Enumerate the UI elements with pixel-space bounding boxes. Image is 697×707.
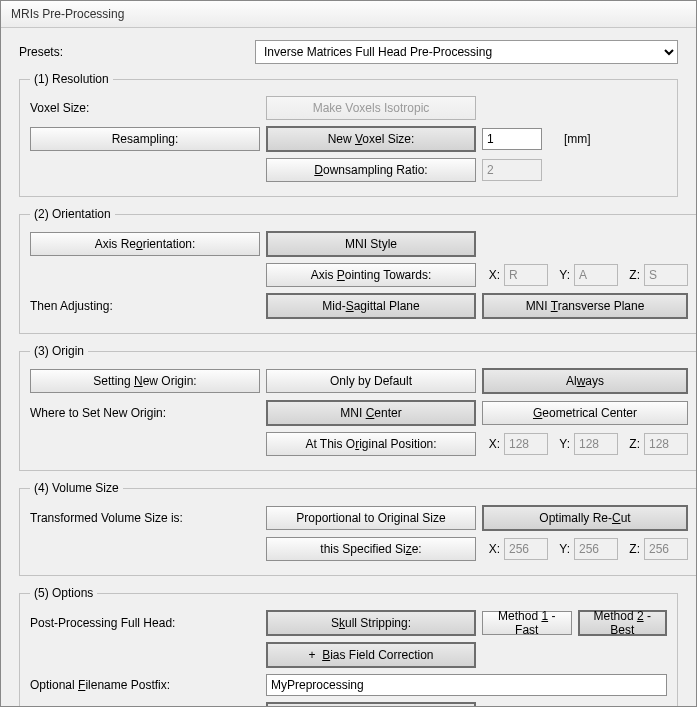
filename-postfix-label: Optional Filename Postfix: [30, 678, 260, 692]
optimally-recut-button[interactable]: Optimally Re-Cut [482, 505, 688, 531]
group-origin: (3) Origin Setting New Origin: Only by D… [19, 344, 696, 471]
new-voxel-size-button[interactable]: New Voxel Size: [266, 126, 476, 152]
skull-stripping-button[interactable]: Skull Stripping: [266, 610, 476, 636]
axis-x-label: X: [482, 268, 500, 282]
size-y-input [574, 538, 618, 560]
resampling-button[interactable]: Resampling: [30, 127, 260, 151]
mni-style-button[interactable]: MNI Style [266, 231, 476, 257]
size-x-input [504, 538, 548, 560]
dialog-window: MRIs Pre-Processing Presets: Inverse Mat… [0, 0, 697, 707]
dialog-content: Presets: Inverse Matrices Full Head Pre-… [1, 28, 696, 706]
where-set-origin-label: Where to Set New Origin: [30, 406, 260, 420]
voxel-size-label: Voxel Size: [30, 101, 260, 115]
group-volume-size-legend: (4) Volume Size [30, 481, 123, 495]
specified-size-button[interactable]: this Specified Size: [266, 537, 476, 561]
filename-postfix-input[interactable] [266, 674, 667, 696]
axis-z-input [644, 264, 688, 286]
axis-y-input [574, 264, 618, 286]
mni-center-button[interactable]: MNI Center [266, 400, 476, 426]
new-voxel-size-input[interactable] [482, 128, 542, 150]
proportional-button[interactable]: Proportional to Original Size [266, 506, 476, 530]
group-resolution: (1) Resolution Voxel Size: Make Voxels I… [19, 72, 678, 197]
new-voxel-unit: [mm] [564, 132, 591, 146]
presets-row: Presets: Inverse Matrices Full Head Pre-… [19, 40, 678, 64]
presets-label: Presets: [19, 45, 249, 59]
axis-y-label: Y: [552, 268, 570, 282]
mni-transverse-button[interactable]: MNI Transverse Plane [482, 293, 688, 319]
window-title: MRIs Pre-Processing [1, 1, 696, 28]
group-orientation: (2) Orientation Axis Reorientation: MNI … [19, 207, 696, 334]
setting-new-origin-button[interactable]: Setting New Origin: [30, 369, 260, 393]
presets-combo[interactable]: Inverse Matrices Full Head Pre-Processin… [255, 40, 678, 64]
size-z-input [644, 538, 688, 560]
transformed-volume-label: Transformed Volume Size is: [30, 511, 260, 525]
group-resolution-legend: (1) Resolution [30, 72, 113, 86]
make-voxels-isotropic-button: Make Voxels Isotropic [266, 96, 476, 120]
group-options-legend: (5) Options [30, 586, 97, 600]
axis-pointing-towards-button[interactable]: Axis Pointing Towards: [266, 263, 476, 287]
downsampling-ratio-input [482, 159, 542, 181]
then-adjusting-label: Then Adjusting: [30, 299, 260, 313]
always-button[interactable]: Always [482, 368, 688, 394]
axis-reorientation-button[interactable]: Axis Reorientation: [30, 232, 260, 256]
method2-button[interactable]: Method 2 - Best [578, 610, 668, 636]
origin-y-input [574, 433, 618, 455]
mid-sagittal-button[interactable]: Mid-Sagittal Plane [266, 293, 476, 319]
axis-x-input [504, 264, 548, 286]
origin-x-input [504, 433, 548, 455]
group-origin-legend: (3) Origin [30, 344, 88, 358]
downsampling-ratio-button[interactable]: Downsampling Ratio: [266, 158, 476, 182]
post-processing-label: Post-Processing Full Head: [30, 616, 260, 630]
group-options: (5) Options Post-Processing Full Head: S… [19, 586, 678, 706]
only-by-default-button[interactable]: Only by Default [266, 369, 476, 393]
origin-z-input [644, 433, 688, 455]
group-orientation-legend: (2) Orientation [30, 207, 115, 221]
opening-results-button[interactable]: Opening Results [266, 702, 476, 706]
geometrical-center-button[interactable]: Geometrical Center [482, 401, 688, 425]
method1-button[interactable]: Method 1 - Fast [482, 611, 572, 635]
bias-field-correction-button[interactable]: + Bias Field Correction [266, 642, 476, 668]
group-volume-size: (4) Volume Size Transformed Volume Size … [19, 481, 696, 576]
at-original-position-button[interactable]: At This Original Position: [266, 432, 476, 456]
axis-z-label: Z: [622, 268, 640, 282]
